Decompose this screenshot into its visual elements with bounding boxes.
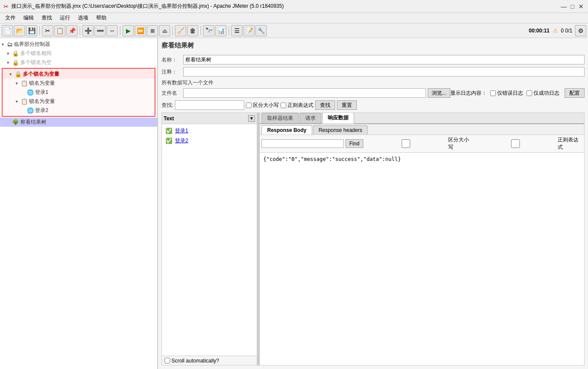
error-log-checkbox[interactable] — [490, 90, 496, 96]
find-regex-label: 正则表达式 — [558, 136, 582, 151]
list-label-login2[interactable]: 登录2 — [175, 137, 188, 144]
toolbar-shutdown[interactable]: ⏏ — [159, 25, 170, 36]
find-row: Find 区分大小写 正则表达式 — [260, 135, 584, 153]
toolbar-func[interactable]: 🔧 — [255, 25, 267, 36]
find-text-button[interactable]: Find — [346, 139, 363, 148]
menu-run[interactable]: 运行 — [56, 13, 74, 22]
toolbar-template[interactable]: 📊 — [215, 25, 226, 36]
status-icon-login1: ✅ — [165, 128, 172, 134]
reset-button[interactable]: 重置 — [337, 100, 357, 110]
tree-item-result-tree[interactable]: 🌳 察看结果树 — [0, 118, 157, 127]
toolbar-collapse[interactable]: ➖ — [94, 25, 106, 36]
toolbar-list[interactable]: ☰ — [231, 25, 242, 36]
tree-label-var-multi: 多个锁名为变量 — [23, 71, 59, 78]
comment-row: 注释： — [162, 67, 585, 77]
result-tree-icon: 🌳 — [12, 119, 19, 125]
toolbar-log[interactable]: 📝 — [243, 25, 255, 36]
toolbar-save[interactable]: 💾 — [26, 25, 37, 36]
list-label-login1[interactable]: 登录1 — [175, 127, 188, 135]
toolbar-run-no-pause[interactable]: ⏩ — [135, 25, 146, 36]
close-button[interactable]: ✕ — [578, 3, 585, 10]
maximize-button[interactable]: □ — [569, 3, 576, 10]
list-dropdown-arrow[interactable]: ▼ — [248, 115, 255, 122]
menu-options[interactable]: 选项 — [74, 13, 92, 22]
tree-item-var2[interactable]: ▾ 📋 锁名为变量 — [3, 97, 155, 106]
expand-icon-2: ▾ — [7, 60, 12, 65]
tree-item-login1[interactable]: 🌐 登录1 — [3, 88, 155, 97]
tree-label-login2: 登录2 — [35, 107, 48, 114]
tab-response-data[interactable]: 响应数据 — [322, 113, 354, 124]
expand-icon: ▾ — [2, 42, 7, 47]
find-input[interactable] — [262, 139, 344, 148]
tree-item-var1[interactable]: ▾ 📋 锁名为变量 — [3, 79, 155, 88]
find-case-checkbox[interactable] — [365, 139, 447, 148]
tree-label-lock1: 多个锁名相同 — [20, 50, 52, 57]
list-item-login2[interactable]: ✅ 登录2 — [162, 136, 257, 146]
config-button[interactable]: 配置 — [565, 88, 585, 98]
toolbar-copy[interactable]: 📋 — [54, 25, 65, 36]
menu-find[interactable]: 查找 — [38, 13, 55, 22]
error-log-option[interactable]: 仅错误日志 — [490, 90, 523, 97]
tree-label-var1: 锁名为变量 — [29, 80, 55, 87]
find-regex-checkbox[interactable] — [475, 139, 556, 148]
find-case-option[interactable]: 区分大小写 — [365, 136, 473, 151]
tree-item-login2[interactable]: 🌐 登录2 — [3, 106, 155, 115]
scroll-auto-option[interactable]: Scroll automatically? — [165, 358, 219, 364]
minimize-button[interactable]: — — [560, 3, 567, 10]
success-log-option[interactable]: 仅成功日志 — [527, 90, 559, 97]
regex-option[interactable]: 正则表达式 — [281, 102, 313, 109]
toolbar-clear[interactable]: 🧹 — [175, 25, 186, 36]
case-sensitive-label: 区分大小写 — [253, 102, 279, 109]
menu-help[interactable]: 帮助 — [93, 13, 110, 22]
tree-label-login1: 登录1 — [35, 89, 48, 96]
success-log-label: 仅成功日志 — [533, 90, 559, 97]
tab-request[interactable]: 请求 — [300, 113, 321, 123]
tree-item-lock2[interactable]: ▾ 🔒 多个锁名为空 — [0, 58, 157, 67]
toolbar-error-count: 0 0/1 — [561, 28, 572, 34]
toolbar-stop[interactable]: ⏹ — [147, 25, 158, 36]
list-body: ✅ 登录1 ✅ 登录2 — [162, 124, 257, 356]
toolbar-remote[interactable]: 🔭 — [203, 25, 214, 36]
toolbar-toggle[interactable]: ↔ — [107, 25, 118, 36]
search-input[interactable] — [175, 100, 244, 110]
toolbar-settings[interactable]: ⚙ — [575, 25, 586, 36]
scroll-auto-checkbox[interactable] — [165, 358, 170, 363]
tab-response-body[interactable]: Response Body — [262, 125, 312, 135]
tab-sampler-result[interactable]: 取样器结果 — [262, 113, 299, 123]
toolbar-expand[interactable]: ➕ — [82, 25, 94, 36]
comment-input[interactable] — [183, 67, 585, 77]
var-icon-2: 📋 — [21, 98, 28, 105]
case-sensitive-checkbox[interactable] — [246, 103, 252, 108]
list-item-login1[interactable]: ✅ 登录1 — [162, 126, 257, 136]
detail-tabs: 取样器结果 请求 响应数据 — [260, 113, 584, 124]
error-log-label: 仅错误日志 — [497, 90, 523, 97]
response-tabs: Response Body Response headers — [260, 124, 584, 135]
tree-item-lock1[interactable]: ▾ 🔒 多个锁名相同 — [0, 49, 157, 58]
toolbar-open[interactable]: 📂 — [14, 25, 25, 36]
tree-label-result: 察看结果树 — [20, 119, 46, 126]
menu-file[interactable]: 文件 — [2, 13, 19, 22]
filename-label: 文件名 — [162, 90, 183, 97]
success-log-checkbox[interactable] — [527, 90, 532, 96]
tab-response-headers[interactable]: Response headers — [313, 125, 368, 135]
sidebar-tree: ▾ 🗂 临界部分控制器 ▾ 🔒 多个锁名相同 ▾ 🔒 多个锁名为空 ▾ 🔒 多个… — [0, 38, 158, 369]
case-sensitive-option[interactable]: 区分大小写 — [246, 102, 279, 109]
lock-icon-2: 🔒 — [12, 59, 19, 66]
menu-edit[interactable]: 编辑 — [20, 13, 37, 22]
tree-item-root[interactable]: ▾ 🗂 临界部分控制器 — [0, 40, 157, 49]
split-container: Text ▼ ✅ 登录1 ✅ 登录2 Scroll — [162, 112, 585, 366]
filename-input[interactable] — [183, 88, 426, 98]
toolbar-run[interactable]: ▶ — [123, 25, 134, 36]
expand-icon-var1: ▾ — [16, 81, 21, 86]
toolbar-new[interactable]: 📄 — [2, 25, 13, 36]
name-input[interactable] — [183, 55, 585, 64]
find-regex-option[interactable]: 正则表达式 — [475, 136, 582, 151]
toolbar-cut[interactable]: ✂ — [42, 25, 53, 36]
find-button[interactable]: 查找 — [315, 100, 335, 110]
browse-button[interactable]: 浏览... — [428, 88, 450, 98]
list-panel: Text ▼ ✅ 登录1 ✅ 登录2 Scroll — [162, 113, 257, 365]
tree-item-var-multi[interactable]: ▾ 🔒 多个锁名为变量 — [3, 70, 155, 79]
toolbar-paste[interactable]: 📌 — [66, 25, 78, 36]
regex-checkbox[interactable] — [281, 103, 286, 108]
toolbar-clear-all[interactable]: 🗑 — [187, 25, 198, 36]
